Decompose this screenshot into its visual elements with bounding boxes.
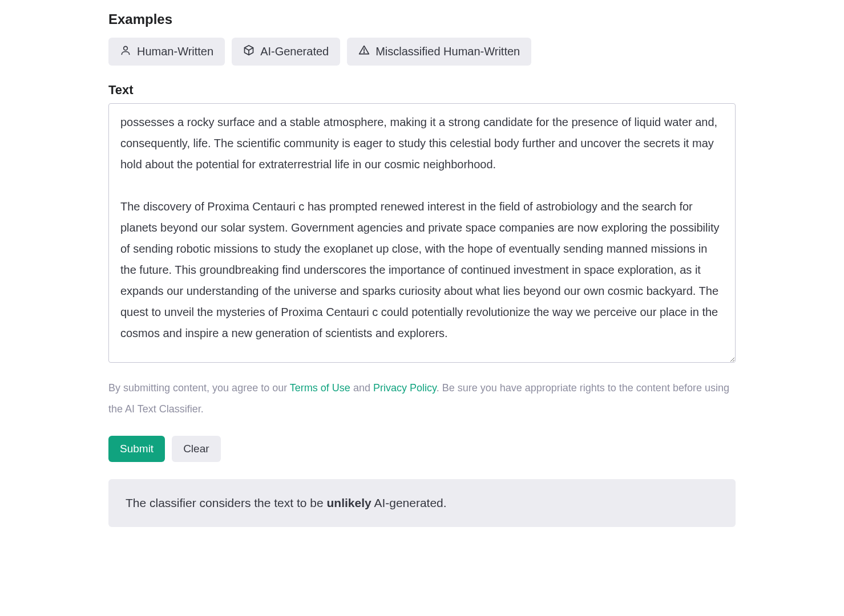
terms-of-use-link[interactable]: Terms of Use bbox=[290, 382, 350, 394]
svg-point-2 bbox=[364, 52, 365, 53]
result-suffix: AI-generated. bbox=[371, 496, 447, 509]
disclaimer-mid1: and bbox=[350, 382, 373, 394]
example-misclassified-button[interactable]: Misclassified Human-Written bbox=[347, 38, 531, 66]
examples-heading: Examples bbox=[108, 11, 736, 27]
submit-button[interactable]: Submit bbox=[108, 436, 165, 462]
warning-icon bbox=[358, 44, 370, 59]
text-label: Text bbox=[108, 83, 736, 98]
person-icon bbox=[120, 44, 131, 59]
disclaimer-prefix: By submitting content, you agree to our bbox=[108, 382, 290, 394]
example-human-written-button[interactable]: Human-Written bbox=[108, 38, 225, 66]
example-label: AI-Generated bbox=[260, 45, 329, 58]
example-ai-generated-button[interactable]: AI-Generated bbox=[232, 38, 340, 66]
classifier-text-input[interactable] bbox=[108, 103, 736, 363]
example-label: Human-Written bbox=[137, 45, 213, 58]
disclaimer-text: By submitting content, you agree to our … bbox=[108, 378, 736, 420]
result-verdict: unlikely bbox=[327, 496, 371, 509]
svg-point-0 bbox=[124, 46, 128, 50]
clear-button[interactable]: Clear bbox=[172, 436, 220, 462]
result-prefix: The classifier considers the text to be bbox=[126, 496, 327, 509]
cube-icon bbox=[243, 44, 255, 59]
privacy-policy-link[interactable]: Privacy Policy bbox=[373, 382, 437, 394]
example-label: Misclassified Human-Written bbox=[375, 45, 520, 58]
action-row: Submit Clear bbox=[108, 436, 736, 462]
result-box: The classifier considers the text to be … bbox=[108, 479, 736, 527]
examples-row: Human-Written AI-Generated Misclassi bbox=[108, 38, 736, 66]
